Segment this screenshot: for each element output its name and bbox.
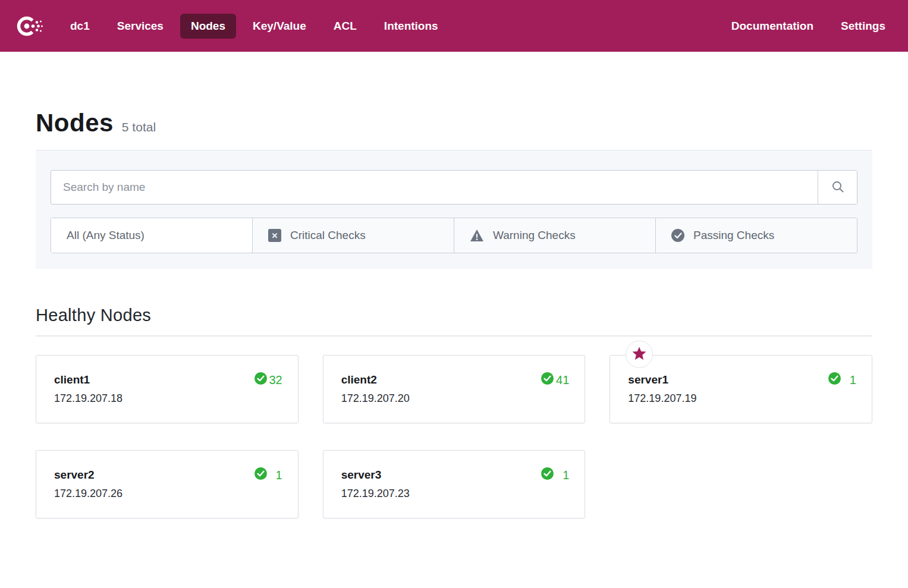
node-health-status: 41 xyxy=(541,372,569,388)
status-filter-group: All (Any Status) ✕ Critical Checks Warni… xyxy=(51,218,857,253)
node-ip-address: 172.19.207.20 xyxy=(341,392,568,405)
node-name: client2 xyxy=(341,373,568,386)
consul-logo-icon[interactable] xyxy=(17,13,46,39)
nodes-grid: client1 172.19.207.18 32 client2 172.19.… xyxy=(36,355,872,518)
node-ip-address: 172.19.207.19 xyxy=(628,392,855,405)
search-bar xyxy=(51,170,857,205)
search-icon xyxy=(831,180,845,196)
filter-passing-label: Passing Checks xyxy=(693,229,774,242)
node-card-server3[interactable]: server3 172.19.207.23 1 xyxy=(323,450,586,518)
passing-checks-count: 1 xyxy=(841,373,856,387)
nav-intentions[interactable]: Intentions xyxy=(384,20,438,33)
node-name: server1 xyxy=(628,373,855,386)
node-ip-address: 172.19.207.18 xyxy=(54,392,281,405)
filter-warning-label: Warning Checks xyxy=(493,229,576,242)
passing-checks-count: 1 xyxy=(267,468,282,482)
nav-datacenter[interactable]: dc1 xyxy=(70,20,90,33)
node-health-status: 1 xyxy=(541,467,569,483)
healthy-nodes-heading: Healthy Nodes xyxy=(36,306,872,325)
node-card-server1[interactable]: server1 172.19.207.19 1 xyxy=(609,355,872,423)
nav-acl[interactable]: ACL xyxy=(334,20,357,33)
passing-status-icon xyxy=(255,372,267,388)
passing-status-icon xyxy=(828,372,841,388)
nav-nodes[interactable]: Nodes xyxy=(180,14,236,39)
nodes-total-count: 5 total xyxy=(122,120,156,134)
nav-documentation[interactable]: Documentation xyxy=(731,20,813,33)
search-filter-toolbar: All (Any Status) ✕ Critical Checks Warni… xyxy=(36,150,872,269)
passing-checks-count: 1 xyxy=(554,468,569,482)
filter-warning-checks[interactable]: Warning Checks xyxy=(454,218,656,253)
node-name: server2 xyxy=(54,468,281,482)
node-name: client1 xyxy=(54,373,281,386)
node-card-server2[interactable]: server2 172.19.207.26 1 xyxy=(36,450,299,518)
passing-status-icon xyxy=(255,467,267,483)
filter-critical-label: Critical Checks xyxy=(290,229,366,242)
filter-passing-checks[interactable]: Passing Checks xyxy=(656,218,857,253)
filter-all-any-status[interactable]: All (Any Status) xyxy=(51,218,253,253)
warning-triangle-icon xyxy=(470,229,484,242)
leader-badge xyxy=(626,341,653,368)
page-header: Nodes 5 total xyxy=(36,109,872,137)
node-card-client2[interactable]: client2 172.19.207.20 41 xyxy=(323,355,586,423)
search-button[interactable] xyxy=(818,171,857,204)
node-health-status: 1 xyxy=(828,372,856,388)
node-name: server3 xyxy=(341,468,568,482)
nav-services[interactable]: Services xyxy=(117,20,164,33)
page-title: Nodes xyxy=(36,109,114,137)
node-ip-address: 172.19.207.23 xyxy=(341,488,568,500)
nav-keyvalue[interactable]: Key/Value xyxy=(253,20,306,33)
main-content: Nodes 5 total All (Any Status) ✕ Criti xyxy=(0,109,908,518)
passing-status-icon xyxy=(541,467,554,483)
node-health-status: 32 xyxy=(255,372,282,388)
node-ip-address: 172.19.207.26 xyxy=(54,488,281,500)
passing-check-circle-icon xyxy=(671,229,684,242)
node-card-client1[interactable]: client1 172.19.207.18 32 xyxy=(36,355,299,423)
nav-settings[interactable]: Settings xyxy=(841,20,885,33)
section-divider xyxy=(36,335,872,337)
search-input[interactable] xyxy=(51,171,818,204)
leader-star-icon xyxy=(632,347,646,363)
passing-status-icon xyxy=(541,372,554,388)
critical-x-square-icon: ✕ xyxy=(268,229,281,242)
node-health-status: 1 xyxy=(255,467,282,483)
passing-checks-count: 32 xyxy=(267,373,282,387)
filter-all-label: All (Any Status) xyxy=(67,229,144,242)
passing-checks-count: 41 xyxy=(554,373,569,387)
filter-critical-checks[interactable]: ✕ Critical Checks xyxy=(253,218,454,253)
top-navbar: dc1 Services Nodes Key/Value ACL Intenti… xyxy=(0,0,908,52)
